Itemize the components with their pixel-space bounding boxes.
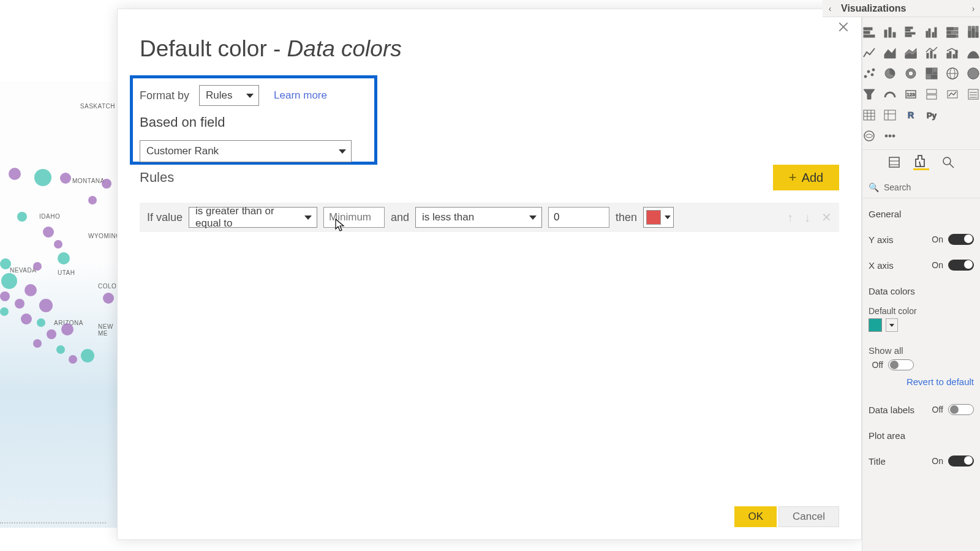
chevron-down-icon [529,216,537,220]
data-labels-row[interactable]: Data labels Off [869,397,974,422]
title-toggle[interactable] [948,455,974,467]
svg-point-36 [872,69,875,71]
title-prefix: Default color - [140,36,287,61]
analytics-tab-icon[interactable] [940,154,956,170]
svg-rect-9 [905,35,911,37]
value1-input[interactable] [323,207,385,228]
filled-map-icon[interactable] [965,65,980,82]
chevron-down-icon [339,149,346,154]
operator1-select[interactable]: is greater than or equal to [189,207,317,228]
plot-area-group[interactable]: Plot area [869,422,974,448]
map-icon[interactable] [944,65,961,82]
gauge-icon[interactable] [881,86,899,103]
data-labels-toggle[interactable] [948,404,974,415]
y-axis-toggle[interactable] [948,234,974,245]
ribbon-chart-icon[interactable] [965,44,980,61]
stacked-bar-icon[interactable] [861,23,878,40]
y-axis-state: On [929,234,943,244]
svg-rect-27 [930,51,932,58]
y-axis-row[interactable]: Y axis On [869,227,974,252]
default-color-dropdown[interactable] [886,318,898,332]
title-row[interactable]: Title On [869,448,974,474]
add-rule-button[interactable]: + Add [773,165,839,190]
cancel-label: Cancel [793,511,825,523]
stacked-bar-100-icon[interactable] [944,23,961,40]
chevron-down-icon [304,216,312,220]
data-colors-group[interactable]: Data colors [869,278,974,304]
svg-rect-23 [972,29,974,37]
svg-text:Py: Py [927,111,937,120]
clustered-column-icon[interactable] [923,23,940,40]
default-color-picker[interactable] [869,318,974,332]
format-tab-icon[interactable] [913,154,929,170]
line-column-icon[interactable] [923,44,940,61]
format-options-list: General Y axis On X axis On Data colors … [862,201,980,474]
pane-title: Visualizations [837,3,966,14]
ok-button[interactable]: OK [734,506,777,527]
value2-input[interactable] [548,207,609,228]
operator2-select[interactable]: is less than [415,207,542,228]
svg-rect-11 [929,29,930,37]
default-color-swatch [869,318,882,332]
python-visual-icon[interactable]: Py [923,107,940,124]
format-search[interactable]: 🔍 Search [862,176,980,198]
format-by-select[interactable]: Rules [199,85,259,106]
mouse-cursor [335,219,346,235]
move-down-icon[interactable]: ↓ [804,211,810,225]
svg-rect-3 [884,30,887,37]
table-icon[interactable] [861,107,878,124]
stacked-column-100-icon[interactable] [965,23,980,40]
donut-chart-icon[interactable] [902,65,919,82]
x-axis-row[interactable]: X axis On [869,252,974,278]
x-axis-label: X axis [869,260,894,271]
fields-tab-icon[interactable] [886,154,902,170]
line-clustered-column-icon[interactable] [944,44,961,61]
treemap-icon[interactable] [923,65,940,82]
move-up-icon[interactable]: ↑ [787,211,793,225]
cancel-button[interactable]: Cancel [778,506,839,527]
r-visual-icon[interactable]: R [902,107,919,124]
x-axis-toggle[interactable] [948,260,974,271]
stacked-column-icon[interactable] [881,23,899,40]
search-placeholder: Search [884,182,911,192]
clustered-bar-icon[interactable] [902,23,919,40]
svg-rect-25 [976,32,978,37]
operator1-value: is greater than or equal to [195,205,301,230]
pie-chart-icon[interactable] [881,65,899,82]
pane-next-button[interactable]: › [966,4,980,13]
learn-more-link[interactable]: Learn more [274,89,327,102]
revert-to-default-link[interactable]: Revert to default [869,370,974,397]
chevron-down-icon [665,216,671,219]
matrix-icon[interactable] [881,107,899,124]
line-chart-icon[interactable] [861,44,878,61]
card-icon[interactable]: 123 [902,86,919,103]
scatter-chart-icon[interactable] [861,65,878,82]
stacked-area-icon[interactable] [902,44,919,61]
svg-rect-28 [934,54,936,58]
svg-point-35 [871,73,873,76]
area-chart-icon[interactable] [881,44,899,61]
show-all-toggle[interactable] [888,359,914,370]
conditional-formatting-dialog: Default color - Data colors Format by Ru… [117,9,862,540]
remove-rule-icon[interactable]: ✕ [821,210,832,225]
svg-rect-0 [864,28,872,30]
svg-rect-2 [864,35,875,37]
slicer-icon[interactable] [965,86,980,103]
svg-rect-15 [947,28,953,30]
svg-text:R: R [908,110,914,120]
close-button[interactable] [834,18,853,36]
based-on-field-select[interactable]: Customer Rank [140,140,352,162]
multi-row-card-icon[interactable] [923,86,940,103]
arcgis-icon[interactable] [861,127,878,144]
rules-heading: Rules [140,170,174,186]
svg-rect-52 [927,89,937,94]
funnel-icon[interactable] [861,86,878,103]
general-group[interactable]: General [869,201,974,227]
default-color-label: Default color [869,306,974,316]
pane-prev-button[interactable]: ‹ [823,4,837,13]
svg-rect-29 [947,53,949,58]
more-visuals-icon[interactable] [881,127,899,144]
dialog-title: Default color - Data colors [140,36,402,62]
rule-color-picker[interactable] [643,207,674,228]
kpi-icon[interactable] [944,86,961,103]
